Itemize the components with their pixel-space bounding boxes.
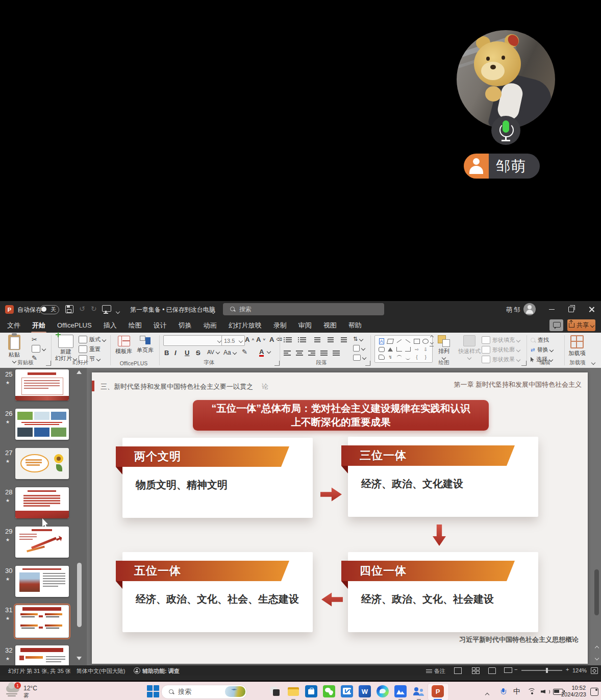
undo-icon[interactable]: ↺	[79, 305, 85, 313]
accessibility-status[interactable]: 辅助功能: 调查	[142, 667, 180, 675]
people-button[interactable]	[413, 685, 425, 697]
down-arrow-shape-icon[interactable]: ⇩	[424, 347, 428, 352]
zoom-out-icon[interactable]: −	[514, 666, 517, 672]
tray-microphone-icon[interactable]	[501, 688, 505, 694]
slide-thumbnail-28[interactable]	[15, 487, 69, 518]
new-slide-button[interactable]: 新建 幻灯片	[55, 335, 77, 361]
edge-button[interactable]	[377, 685, 389, 697]
autosave-toggle[interactable]: 关	[40, 305, 59, 314]
triangle-shape-icon[interactable]	[388, 347, 393, 352]
slide-title-banner[interactable]: “五位一体”总体布局：党对社会主义建设规律在实践和认识 上不断深化的重要成果	[193, 400, 489, 431]
tab-officeplus[interactable]: OfficePLUS	[57, 321, 92, 329]
text-highlight-button[interactable]: ✎	[242, 348, 247, 356]
collapse-ribbon-icon[interactable]	[592, 359, 595, 365]
strikethrough-button[interactable]: S	[196, 349, 201, 357]
tab-design[interactable]: 设计	[154, 321, 167, 330]
clipboard-dialog-launcher[interactable]	[46, 361, 51, 366]
slide-thumbnail-26[interactable]	[15, 409, 69, 440]
restore-button[interactable]	[561, 301, 581, 318]
next-slide-icon[interactable]	[595, 653, 598, 662]
font-color-button[interactable]: A	[259, 349, 264, 357]
tray-expand-icon[interactable]	[486, 689, 489, 698]
drawing-dialog-launcher[interactable]	[521, 361, 527, 366]
notification-center-icon[interactable]	[590, 688, 598, 696]
cut-button[interactable]: ✂	[32, 336, 37, 343]
right-brace-shape-icon[interactable]: }	[425, 355, 427, 360]
justify-icon[interactable]	[320, 350, 328, 356]
shrink-font-button[interactable]: A˅	[256, 336, 265, 343]
arrow-down-icon[interactable]	[433, 524, 446, 546]
curve-shape-icon[interactable]	[406, 355, 410, 360]
text-direction-button[interactable]: ⇅	[353, 336, 363, 342]
save-icon[interactable]	[65, 305, 73, 313]
bold-button[interactable]: B	[164, 349, 169, 357]
search-box[interactable]: 搜索	[223, 303, 384, 315]
quick-access-dropdown-icon[interactable]	[116, 308, 119, 315]
user-avatar[interactable]	[523, 303, 536, 315]
ime-indicator[interactable]: 中	[513, 687, 520, 696]
content-box-four-in-one[interactable]: 四位一体 经济、政治、文化、社会建设	[348, 552, 538, 632]
meeting-app-button[interactable]	[394, 685, 407, 697]
microsoft-store-button[interactable]	[305, 685, 317, 697]
copy-button[interactable]	[32, 345, 45, 353]
smartart-convert-button[interactable]	[353, 355, 366, 361]
slide-thumbnail-32[interactable]	[15, 645, 69, 665]
tab-record[interactable]: 录制	[273, 321, 287, 330]
shapes-gallery-scroll[interactable]	[430, 336, 434, 346]
start-slideshow-icon[interactable]	[102, 305, 111, 312]
content-box-three-in-one[interactable]: 三位一体 经济、政治、文化建设	[348, 437, 538, 517]
character-spacing-button[interactable]: AV	[207, 349, 219, 355]
tab-draw[interactable]: 绘图	[129, 321, 142, 330]
redo-icon[interactable]: ↻	[91, 305, 97, 313]
notes-button[interactable]: 备注	[434, 667, 445, 675]
arrow-left-icon[interactable]	[321, 591, 343, 608]
file-explorer-button[interactable]	[287, 685, 299, 697]
content-box-two-civilizations[interactable]: 两个文明 物质文明、精神文明	[122, 438, 313, 518]
rounded-rect-shape-icon[interactable]	[379, 347, 385, 352]
share-button[interactable]: 共享	[567, 319, 595, 331]
shape-effects-button[interactable]: 形状效果	[482, 356, 520, 363]
find-button[interactable]: 查找	[531, 336, 549, 344]
slide-sorter-view-icon[interactable]	[472, 667, 479, 673]
start-button[interactable]	[147, 685, 159, 697]
replace-button[interactable]: ⇄替换	[531, 346, 553, 354]
slide-thumbnail-27[interactable]	[15, 448, 69, 479]
elbow-shape-icon[interactable]	[396, 347, 402, 352]
reading-view-icon[interactable]	[488, 667, 496, 674]
addins-button[interactable]: 加载项	[568, 335, 586, 357]
arrow-right-icon[interactable]	[320, 486, 342, 503]
slide-thumbnail-25[interactable]	[15, 369, 69, 401]
reset-button[interactable]: 重置	[79, 345, 101, 353]
align-center-icon[interactable]	[296, 350, 303, 356]
underline-button[interactable]: U	[185, 349, 189, 357]
powerpoint-taskbar-button[interactable]: P	[432, 685, 444, 697]
numbering-icon[interactable]	[298, 337, 306, 343]
clock[interactable]: 10:52 2024/2/23	[561, 685, 586, 698]
change-case-button[interactable]: Aa	[223, 349, 236, 356]
font-name-combo[interactable]	[163, 335, 223, 346]
zoom-level[interactable]: 124%	[572, 667, 587, 673]
paste-button[interactable]: 粘贴	[8, 335, 20, 363]
tab-slideshow[interactable]: 幻灯片放映	[229, 321, 262, 330]
slide-thumbnail-31-selected[interactable]	[15, 605, 69, 638]
font-color-dropdown-icon[interactable]	[267, 350, 270, 353]
italic-button[interactable]: I	[174, 349, 177, 357]
decrease-indent-icon[interactable]	[312, 337, 320, 343]
rectangle-shape-icon[interactable]	[414, 339, 420, 344]
title-dropdown-icon[interactable]	[212, 308, 215, 315]
tab-file[interactable]: 文件	[7, 321, 20, 330]
right-arrow-shape-icon[interactable]: ⇨	[415, 347, 419, 352]
zoom-slider[interactable]	[521, 670, 562, 671]
zoom-slider-thumb[interactable]	[546, 668, 548, 673]
tab-transitions[interactable]: 切换	[179, 321, 192, 330]
microphone-status-badge[interactable]	[491, 116, 520, 145]
oval-shape-icon[interactable]	[422, 339, 429, 344]
slide-canvas[interactable]: 三、新时代坚持和发展中国特色社会主义要一以贯之 论 第一章 新时代坚持和发展中国…	[92, 372, 588, 664]
line-shape-icon[interactable]	[396, 339, 402, 343]
close-button[interactable]	[582, 301, 601, 318]
line-spacing-icon[interactable]	[339, 337, 347, 343]
speaker-icon[interactable]	[541, 688, 548, 694]
word-button[interactable]: W	[359, 685, 371, 697]
content-box-five-in-one[interactable]: 五位一体 经济、政治、文化、社会、生态建设	[122, 552, 313, 632]
app-n-button[interactable]	[341, 685, 353, 697]
